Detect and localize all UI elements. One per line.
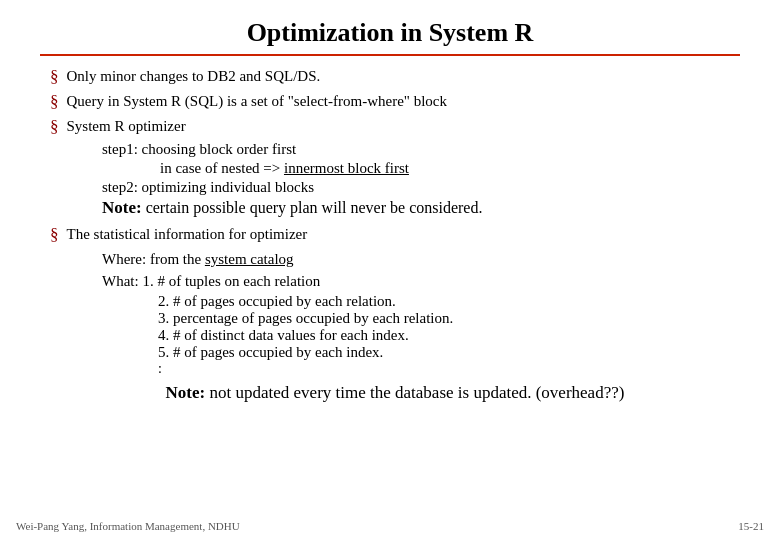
step2-label: step2:: [102, 179, 138, 195]
what-items: 2. # of pages occupied by each relation.…: [50, 293, 740, 361]
where-link: system catalog: [205, 251, 294, 267]
what-label: What:: [102, 273, 139, 289]
step1-label: step1:: [102, 141, 138, 157]
stat-text: The statistical information for optimize…: [67, 224, 308, 245]
note2-line: Note: not updated every time the databas…: [50, 383, 740, 403]
bullet-icon-2: §: [50, 92, 59, 112]
bullet-icon-3: §: [50, 117, 59, 137]
dots: :: [158, 361, 164, 376]
footer-left: Wei-Pang Yang, Information Management, N…: [16, 520, 240, 532]
bullet-text-3: System R optimizer: [67, 116, 186, 137]
content-area: § Only minor changes to DB2 and SQL/DS. …: [40, 66, 740, 403]
what-item-1: 2. # of pages occupied by each relation.: [158, 293, 740, 310]
note2-label: Note:: [166, 383, 206, 402]
nested-line: in case of nested => innermost block fir…: [50, 160, 740, 177]
where-text: from the: [150, 251, 201, 267]
nested-prefix: in case of nested =>: [160, 160, 280, 176]
bullet-2: § Query in System R (SQL) is a set of "s…: [50, 91, 740, 112]
note2-text: not updated every time the database is u…: [210, 383, 625, 402]
step2-line: step2: optimizing individual blocks: [50, 179, 740, 196]
title-divider: [40, 54, 740, 56]
step1-line: step1: choosing block order first: [50, 141, 740, 158]
bullet-text-1: Only minor changes to DB2 and SQL/DS.: [67, 66, 321, 87]
bullet-3: § System R optimizer: [50, 116, 740, 137]
what-item-2: 3. percentage of pages occupied by each …: [158, 310, 740, 327]
what-line: What: 1. # of tuples on each relation: [50, 271, 740, 293]
bullet-1: § Only minor changes to DB2 and SQL/DS.: [50, 66, 740, 87]
bullet-text-2: Query in System R (SQL) is a set of "sel…: [67, 91, 448, 112]
nested-highlighted: innermost block first: [284, 160, 409, 176]
step1-text: choosing block order first: [142, 141, 297, 157]
footer-right: 15-21: [738, 520, 764, 532]
bullet-icon-stat: §: [50, 225, 59, 245]
footer: Wei-Pang Yang, Information Management, N…: [16, 520, 764, 532]
what-item-0: 1. # of tuples on each relation: [142, 273, 320, 289]
note1-label: Note:: [102, 198, 142, 217]
where-label: Where:: [102, 251, 146, 267]
slide-title: Optimization in System R: [40, 18, 740, 48]
dots-line: :: [50, 361, 740, 377]
bullet-stat: § The statistical information for optimi…: [50, 224, 740, 245]
note1-line: Note: certain possible query plan will n…: [50, 198, 740, 218]
where-line: Where: from the system catalog: [50, 249, 740, 271]
step2-text: optimizing individual blocks: [142, 179, 315, 195]
what-item-3: 4. # of distinct data values for each in…: [158, 327, 740, 344]
what-item-4: 5. # of pages occupied by each index.: [158, 344, 740, 361]
note1-text: certain possible query plan will never b…: [146, 199, 483, 216]
bullet-icon-1: §: [50, 67, 59, 87]
slide: Optimization in System R § Only minor ch…: [0, 0, 780, 540]
